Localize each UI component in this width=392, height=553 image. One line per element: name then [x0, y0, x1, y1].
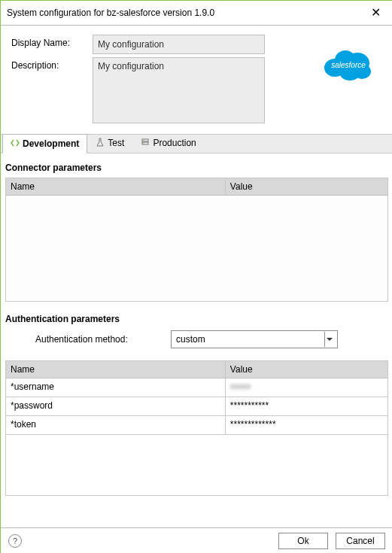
svg-point-9 [144, 142, 144, 143]
code-icon [11, 138, 20, 150]
connector-params-title: Connector parameters [5, 163, 388, 173]
close-icon[interactable]: ✕ [366, 5, 385, 20]
auth-password-value[interactable]: *********** [226, 397, 387, 415]
flask-icon [96, 138, 105, 149]
connector-col-name[interactable]: Name [6, 178, 226, 195]
connector-col-value[interactable]: Value [226, 178, 387, 195]
svg-text:salesforce: salesforce [331, 61, 366, 69]
help-icon[interactable]: ? [8, 534, 22, 548]
auth-password-name: *password [6, 397, 226, 415]
salesforce-logo: salesforce [315, 35, 382, 126]
auth-token-name: *token [6, 416, 226, 434]
auth-method-value: custom [176, 334, 205, 345]
auth-username-name: *username [6, 378, 226, 397]
table-row[interactable]: *username xxxxx [6, 378, 387, 397]
auth-method-label: Authentication method: [35, 334, 171, 345]
connector-params-body[interactable] [6, 196, 387, 301]
tab-test-label: Test [108, 138, 124, 148]
auth-params-table: Name Value *username xxxxx *password ***… [5, 360, 388, 496]
tab-development-label: Development [23, 138, 79, 149]
tab-development[interactable]: Development [2, 134, 87, 153]
auth-username-value[interactable]: xxxxx [226, 378, 387, 397]
tab-production-label: Production [153, 138, 196, 148]
display-name-label: Display Name: [11, 35, 93, 54]
ok-button[interactable]: Ok [278, 533, 328, 549]
tab-production[interactable]: Production [132, 133, 204, 153]
display-name-input[interactable] [93, 35, 265, 54]
table-row[interactable]: *token ************* [6, 416, 387, 435]
cancel-button[interactable]: Cancel [336, 533, 385, 549]
connector-params-table: Name Value [5, 178, 388, 302]
auth-token-value[interactable]: ************* [226, 416, 387, 434]
auth-col-value[interactable]: Value [226, 361, 387, 378]
env-tabs: Development Test Production [1, 134, 392, 153]
table-row[interactable]: *password *********** [6, 397, 387, 416]
auth-params-title: Authentication parameters [5, 314, 388, 324]
description-label: Description: [11, 57, 93, 123]
auth-method-select[interactable]: custom [171, 330, 338, 348]
window-title: System configuration for bz-salesforce v… [7, 8, 214, 18]
auth-params-body[interactable] [6, 435, 387, 495]
auth-col-name[interactable]: Name [6, 361, 226, 378]
tab-test[interactable]: Test [87, 133, 132, 153]
svg-point-8 [144, 139, 144, 140]
server-icon [141, 138, 150, 149]
svg-rect-6 [142, 139, 148, 141]
description-input[interactable]: My configuration [93, 57, 265, 123]
svg-rect-7 [142, 142, 148, 144]
chevron-down-icon [324, 332, 334, 347]
